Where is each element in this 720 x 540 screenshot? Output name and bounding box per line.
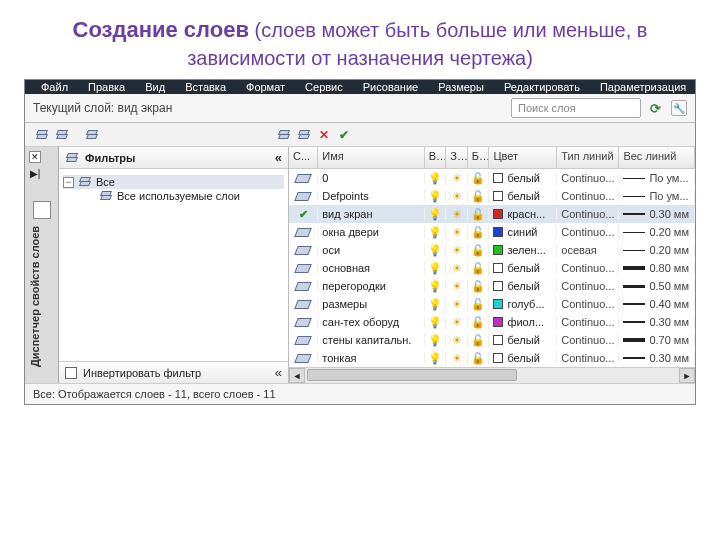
- layer-linetype-cell[interactable]: Continuo...: [557, 298, 619, 310]
- new-layer-button[interactable]: [275, 126, 293, 144]
- scroll-right-icon[interactable]: ►: [679, 368, 695, 383]
- table-row[interactable]: 0💡☀🔓белыйContinuo...По ум...: [289, 169, 695, 187]
- table-row[interactable]: стены капитальн.💡☀🔓белыйContinuo...0.70 …: [289, 331, 695, 349]
- layer-on-toggle[interactable]: 💡: [425, 190, 447, 203]
- layer-on-toggle[interactable]: 💡: [425, 244, 447, 257]
- set-current-button[interactable]: ✔: [335, 126, 353, 144]
- layer-on-toggle[interactable]: 💡: [425, 352, 447, 365]
- scroll-left-icon[interactable]: ◄: [289, 368, 305, 383]
- menu-item[interactable]: Параметризация: [600, 81, 686, 93]
- layer-lock-toggle[interactable]: 🔓: [468, 352, 490, 365]
- layer-color-cell[interactable]: фиол...: [489, 316, 557, 328]
- layer-frozen-toggle[interactable]: ☀: [446, 352, 468, 365]
- layer-on-toggle[interactable]: 💡: [425, 262, 447, 275]
- new-layer-all-viewports-button[interactable]: [295, 126, 313, 144]
- collapse-filters-icon[interactable]: «: [275, 150, 282, 165]
- layer-lock-toggle[interactable]: 🔓: [468, 298, 490, 311]
- layer-lock-toggle[interactable]: 🔓: [468, 334, 490, 347]
- layer-name-cell[interactable]: перегородки: [318, 280, 425, 292]
- menu-item[interactable]: Формат: [246, 81, 285, 93]
- layer-linetype-cell[interactable]: Continuo...: [557, 334, 619, 346]
- layer-lock-toggle[interactable]: 🔓: [468, 316, 490, 329]
- layer-name-cell[interactable]: сан-тех оборуд: [318, 316, 425, 328]
- table-row[interactable]: сан-тех оборуд💡☀🔓фиол...Continuo...0.30 …: [289, 313, 695, 331]
- col-on[interactable]: В...: [425, 147, 447, 168]
- filter-tree-all[interactable]: − Все: [63, 175, 284, 189]
- layer-color-cell[interactable]: белый: [489, 190, 557, 202]
- layer-on-toggle[interactable]: 💡: [425, 226, 447, 239]
- layer-on-toggle[interactable]: 💡: [425, 298, 447, 311]
- layer-lineweight-cell[interactable]: По ум...: [619, 172, 695, 184]
- new-group-filter-button[interactable]: [53, 126, 71, 144]
- layer-name-cell[interactable]: размеры: [318, 298, 425, 310]
- layer-name-cell[interactable]: окна двери: [318, 226, 425, 238]
- layer-linetype-cell[interactable]: осевая: [557, 244, 619, 256]
- layer-state-button[interactable]: [83, 126, 101, 144]
- menu-item[interactable]: Файл: [41, 81, 68, 93]
- col-lineweight[interactable]: Вес линий: [619, 147, 695, 168]
- layer-lock-toggle[interactable]: 🔓: [468, 172, 490, 185]
- layer-color-cell[interactable]: голуб...: [489, 298, 557, 310]
- layer-lock-toggle[interactable]: 🔓: [468, 262, 490, 275]
- horizontal-scrollbar[interactable]: ◄ ►: [289, 367, 695, 383]
- layer-color-cell[interactable]: зелен...: [489, 244, 557, 256]
- col-locked[interactable]: Б...: [468, 147, 490, 168]
- layer-lineweight-cell[interactable]: 0.80 мм: [619, 262, 695, 274]
- layer-frozen-toggle[interactable]: ☀: [446, 334, 468, 347]
- invert-filter-checkbox[interactable]: [65, 367, 77, 379]
- menu-item[interactable]: Правка: [88, 81, 125, 93]
- layer-frozen-toggle[interactable]: ☀: [446, 172, 468, 185]
- layer-name-cell[interactable]: стены капитальн.: [318, 334, 425, 346]
- menu-item[interactable]: Вид: [145, 81, 165, 93]
- layer-linetype-cell[interactable]: Continuo...: [557, 280, 619, 292]
- layer-linetype-cell[interactable]: Continuo...: [557, 262, 619, 274]
- col-color[interactable]: Цвет: [489, 147, 557, 168]
- layer-color-cell[interactable]: белый: [489, 262, 557, 274]
- table-row[interactable]: перегородки💡☀🔓белыйContinuo...0.50 мм: [289, 277, 695, 295]
- collapse-footer-icon[interactable]: «: [275, 365, 282, 380]
- layer-linetype-cell[interactable]: Continuo...: [557, 190, 619, 202]
- layer-frozen-toggle[interactable]: ☀: [446, 262, 468, 275]
- layer-on-toggle[interactable]: 💡: [425, 334, 447, 347]
- table-row[interactable]: оси💡☀🔓зелен...осевая0.20 мм: [289, 241, 695, 259]
- table-row[interactable]: тонкая💡☀🔓белыйContinuo...0.30 мм: [289, 349, 695, 367]
- layer-frozen-toggle[interactable]: ☀: [446, 280, 468, 293]
- layer-color-cell[interactable]: белый: [489, 172, 557, 184]
- layer-lock-toggle[interactable]: 🔓: [468, 244, 490, 257]
- layer-color-cell[interactable]: белый: [489, 334, 557, 346]
- table-row[interactable]: окна двери💡☀🔓синийContinuo...0.20 мм: [289, 223, 695, 241]
- layer-frozen-toggle[interactable]: ☀: [446, 298, 468, 311]
- menu-item[interactable]: Сервис: [305, 81, 343, 93]
- layer-lineweight-cell[interactable]: 0.20 мм: [619, 226, 695, 238]
- menu-item[interactable]: Вставка: [185, 81, 226, 93]
- table-row[interactable]: ✔вид экран💡☀🔓красн...Continuo...0.30 мм: [289, 205, 695, 223]
- scroll-thumb[interactable]: [307, 369, 517, 381]
- layer-name-cell[interactable]: вид экран: [318, 208, 425, 220]
- layer-name-cell[interactable]: 0: [318, 172, 425, 184]
- layer-lineweight-cell[interactable]: 0.30 мм: [619, 352, 695, 364]
- layer-color-cell[interactable]: белый: [489, 352, 557, 364]
- delete-layer-button[interactable]: ✕: [315, 126, 333, 144]
- layer-on-toggle[interactable]: 💡: [425, 316, 447, 329]
- layer-name-cell[interactable]: тонкая: [318, 352, 425, 364]
- col-linetype[interactable]: Тип линий: [557, 147, 619, 168]
- layer-name-cell[interactable]: Defpoints: [318, 190, 425, 202]
- table-row[interactable]: основная💡☀🔓белыйContinuo...0.80 мм: [289, 259, 695, 277]
- layer-lock-toggle[interactable]: 🔓: [468, 226, 490, 239]
- layer-frozen-toggle[interactable]: ☀: [446, 190, 468, 203]
- search-input[interactable]: Поиск слоя: [511, 98, 641, 118]
- menu-item[interactable]: Размеры: [438, 81, 484, 93]
- layer-color-cell[interactable]: синий: [489, 226, 557, 238]
- table-row[interactable]: размеры💡☀🔓голуб...Continuo...0.40 мм: [289, 295, 695, 313]
- tree-expand-icon[interactable]: −: [63, 177, 74, 188]
- layer-linetype-cell[interactable]: Continuo...: [557, 316, 619, 328]
- layer-name-cell[interactable]: основная: [318, 262, 425, 274]
- col-name[interactable]: Имя: [318, 147, 425, 168]
- layer-color-cell[interactable]: белый: [489, 280, 557, 292]
- filter-tree-used[interactable]: Все используемые слои: [63, 189, 284, 203]
- layer-linetype-cell[interactable]: Continuo...: [557, 226, 619, 238]
- layer-frozen-toggle[interactable]: ☀: [446, 226, 468, 239]
- menu-item[interactable]: Редактировать: [504, 81, 580, 93]
- settings-icon[interactable]: 🔧: [671, 100, 687, 116]
- layer-lineweight-cell[interactable]: 0.30 мм: [619, 208, 695, 220]
